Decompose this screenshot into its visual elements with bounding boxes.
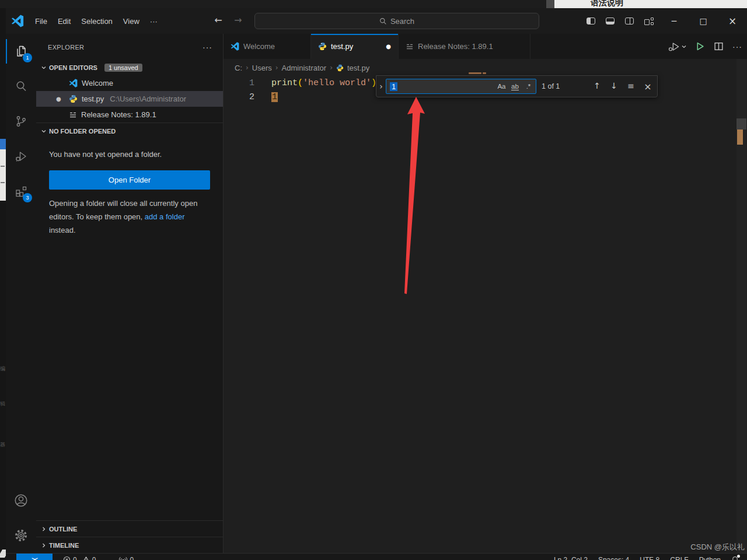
background-window-strip: 语法说明 xyxy=(0,0,747,8)
run-or-debug-button[interactable] xyxy=(668,41,686,52)
more-actions-icon[interactable]: ··· xyxy=(732,42,742,51)
toggle-panel-icon[interactable] xyxy=(606,18,615,24)
status-bar: >< 0 0 0 xyxy=(6,553,747,560)
split-editor-icon[interactable] xyxy=(714,41,724,51)
command-center-search[interactable]: Search xyxy=(254,13,539,29)
find-expand-replace-icon[interactable]: › xyxy=(376,82,386,91)
indentation[interactable]: Spaces: 4 xyxy=(598,556,629,560)
problems-indicator[interactable]: 0 0 xyxy=(63,556,96,560)
sidebar-title: EXPLORER xyxy=(48,44,84,51)
menu-selection[interactable]: Selection xyxy=(76,15,117,28)
activitybar-run-debug[interactable] xyxy=(6,139,36,174)
toggle-secondary-sidebar-icon[interactable] xyxy=(625,18,634,24)
encoding[interactable]: UTF-8 xyxy=(640,556,659,560)
tab-release-notes[interactable]: Release Notes: 1.89.1 xyxy=(399,34,530,59)
menu-more-icon[interactable]: ··· xyxy=(145,15,163,28)
regex-toggle[interactable]: .* xyxy=(522,80,535,92)
dirty-indicator-icon[interactable]: ● xyxy=(56,96,61,102)
section-timeline[interactable]: TIMELINE xyxy=(36,537,223,553)
breadcrumb-item[interactable]: Administrator xyxy=(282,64,327,72)
token-function: print xyxy=(271,78,298,88)
run-python-button[interactable] xyxy=(695,41,705,51)
code-text: print('hello world') xyxy=(254,76,376,90)
python-file-icon xyxy=(69,94,78,103)
breadcrumb-item[interactable]: C: xyxy=(235,64,242,72)
tab-welcome[interactable]: Welcome xyxy=(224,34,311,59)
chevron-down-icon xyxy=(41,65,47,71)
forward-icon[interactable]: → xyxy=(231,15,245,26)
activitybar-extensions[interactable]: 3 xyxy=(6,174,36,209)
open-editor-label: Release Notes: 1.89.1 xyxy=(81,110,156,119)
scrollbar-track[interactable] xyxy=(736,59,746,553)
open-editors-label: OPEN EDITORS xyxy=(49,64,97,71)
chevron-right-icon: › xyxy=(330,64,333,72)
line-number: 1 xyxy=(224,76,254,90)
close-button[interactable]: × xyxy=(718,8,747,34)
tab-label: Welcome xyxy=(243,42,275,51)
notifications-bell[interactable] xyxy=(731,556,739,560)
open-editor-path: C:\Users\Administrator xyxy=(110,94,186,103)
scrollbar-slider[interactable] xyxy=(736,118,746,130)
activitybar-source-control[interactable] xyxy=(6,104,36,139)
language-mode[interactable]: Python xyxy=(699,556,721,560)
find-input[interactable]: 1 Aa ab .* xyxy=(386,79,536,94)
add-folder-link[interactable]: add a folder xyxy=(145,212,185,221)
error-count: 0 xyxy=(73,556,77,560)
vscode-file-icon xyxy=(69,79,78,88)
find-input-value: 1 xyxy=(390,82,397,91)
menu-edit[interactable]: Edit xyxy=(53,15,76,28)
background-window-titlebar: 语法说明 xyxy=(554,0,747,8)
explorer-sidebar: EXPLORER ··· OPEN EDITORS 1 unsaved Welc… xyxy=(36,34,224,553)
dirty-indicator-icon[interactable]: ● xyxy=(386,43,391,50)
token-bracket: ( xyxy=(298,78,303,88)
cursor-position[interactable]: Ln 2, Col 2 xyxy=(554,556,588,560)
minimize-button[interactable]: ─ xyxy=(659,8,689,34)
section-open-editors[interactable]: OPEN EDITORS 1 unsaved xyxy=(36,60,223,75)
activitybar-explorer[interactable]: 1 xyxy=(6,34,36,69)
tab-testpy[interactable]: test.py ● xyxy=(311,34,399,59)
token-string: 'hello world' xyxy=(303,78,371,88)
activitybar-accounts[interactable] xyxy=(6,483,36,518)
next-match-icon[interactable]: ↓ xyxy=(609,81,619,92)
find-match-highlight: 1 xyxy=(271,92,278,102)
open-editor-release-notes[interactable]: Release Notes: 1.89.1 xyxy=(36,107,223,123)
background-fragment-glyph: 器 xyxy=(0,441,5,449)
back-icon[interactable]: ← xyxy=(211,15,225,26)
find-in-selection-icon[interactable]: ≡ xyxy=(626,81,636,92)
previous-match-icon[interactable]: ↑ xyxy=(592,81,602,92)
eol-sequence[interactable]: CRLF xyxy=(670,556,688,560)
breadcrumb-item[interactable]: Users xyxy=(252,64,272,72)
chevron-right-icon xyxy=(41,526,47,532)
menu-view[interactable]: View xyxy=(118,15,145,28)
open-editor-testpy[interactable]: ● test.py C:\Users\Administrator xyxy=(36,91,223,107)
activitybar-settings[interactable] xyxy=(6,518,36,553)
background-fragment-glyph: 辑 xyxy=(0,400,5,408)
editor-actions: ··· xyxy=(668,34,742,59)
chevron-right-icon: › xyxy=(275,64,278,72)
unsaved-badge: 1 unsaved xyxy=(104,64,142,72)
customize-layout-icon[interactable] xyxy=(644,18,654,25)
match-case-toggle[interactable]: Aa xyxy=(495,80,508,92)
menu-file[interactable]: File xyxy=(30,15,53,28)
close-find-icon[interactable]: × xyxy=(643,81,653,92)
activitybar-search[interactable] xyxy=(6,69,36,104)
section-no-folder[interactable]: NO FOLDER OPENED xyxy=(36,123,223,139)
open-editor-welcome[interactable]: Welcome xyxy=(36,75,223,91)
python-file-icon xyxy=(318,42,327,51)
section-outline[interactable]: OUTLINE xyxy=(36,520,223,537)
toggle-sidebar-icon[interactable] xyxy=(587,18,595,24)
search-label: Search xyxy=(390,17,414,26)
breadcrumb-item[interactable]: test.py xyxy=(347,64,369,72)
window-controls: ─ □ × xyxy=(659,8,747,34)
broadcast-count: 0 xyxy=(130,556,134,560)
background-fragment-glyph: 编 xyxy=(0,365,5,373)
statusbar-right: Ln 2, Col 2 Spaces: 4 UTF-8 CRLF Python xyxy=(554,556,747,560)
maximize-button[interactable]: □ xyxy=(689,8,718,34)
whole-word-toggle[interactable]: ab xyxy=(509,80,521,92)
broadcast-indicator[interactable]: 0 xyxy=(119,556,134,560)
chevron-right-icon: › xyxy=(246,64,249,72)
remote-indicator[interactable]: >< xyxy=(16,554,53,560)
sidebar-more-icon[interactable]: ··· xyxy=(203,43,212,52)
open-folder-button[interactable]: Open Folder xyxy=(49,170,210,190)
main-row: 1 xyxy=(6,34,747,553)
